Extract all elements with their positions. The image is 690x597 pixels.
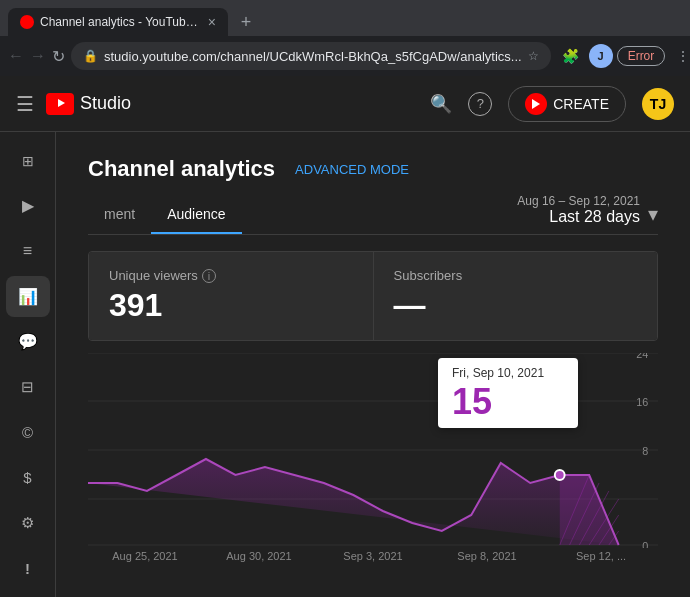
header-right: 🔍 ? CREATE TJ: [430, 86, 674, 122]
unique-viewers-label: Unique viewers i: [109, 268, 353, 283]
yt-app: ☰ Studio 🔍 ? CREATE TJ: [0, 76, 690, 597]
advanced-mode-link[interactable]: ADVANCED MODE: [295, 162, 409, 177]
y-label-8: 8: [642, 445, 648, 457]
monetization-icon: $: [23, 469, 31, 486]
nav-right: 🧩 J Error ⋮: [557, 42, 690, 70]
chart-fill-main: [88, 459, 619, 545]
chart-container: Fri, Sep 10, 2021 15 24 16: [88, 353, 658, 597]
unique-viewers-card: Unique viewers i 391: [89, 252, 374, 340]
tab-close-icon[interactable]: ×: [208, 14, 216, 30]
error-button[interactable]: Error: [617, 46, 666, 66]
tabs-row: ment Audience Aug 16 – Sep 12, 2021 Last…: [88, 194, 658, 235]
create-label: CREATE: [553, 96, 609, 112]
copyright-icon: ©: [22, 424, 33, 441]
subscribers-card: Subscribers —: [374, 252, 658, 340]
chevron-down-icon: ▾: [648, 202, 658, 226]
yt-logo: Studio: [46, 93, 131, 115]
y-label-16: 16: [636, 396, 648, 408]
browser-chrome: Channel analytics - YouTube Stu... × + ←…: [0, 0, 690, 76]
analytics-content: ment Audience Aug 16 – Sep 12, 2021 Last…: [56, 194, 690, 597]
subscribers-label: Subscribers: [394, 268, 638, 283]
dashboard-icon: ⊞: [22, 153, 34, 169]
content-icon: ▶: [22, 196, 34, 215]
sidebar-item-subtitles[interactable]: ⊟: [6, 366, 50, 407]
main-layout: ⊞ ▶ ≡ 📊 💬 ⊟ © $ ⚙: [0, 132, 690, 597]
tab-title: Channel analytics - YouTube Stu...: [40, 15, 202, 29]
tab-engagement[interactable]: ment: [88, 196, 151, 234]
analytics-icon: 📊: [18, 287, 38, 306]
address-bar[interactable]: 🔒 studio.youtube.com/channel/UCdkWmRcl-B…: [71, 42, 551, 70]
create-icon: [525, 93, 547, 115]
page-title: Channel analytics: [88, 156, 275, 182]
yt-logo-icon: [46, 93, 74, 115]
date-range-label: Aug 16 – Sep 12, 2021: [517, 194, 640, 208]
page-header: Channel analytics ADVANCED MODE: [56, 132, 690, 194]
x-label-aug30: Aug 30, 2021: [202, 550, 316, 562]
playlists-icon: ≡: [23, 242, 32, 260]
nav-bar: ← → ↻ 🔒 studio.youtube.com/channel/UCdkW…: [0, 36, 690, 76]
subtitles-icon: ⊟: [21, 378, 34, 396]
address-text: studio.youtube.com/channel/UCdkWmRcl-Bkh…: [104, 49, 522, 64]
sidebar-item-settings[interactable]: ⚙: [6, 502, 50, 543]
bookmark-icon[interactable]: ☆: [528, 49, 539, 63]
sidebar-item-content[interactable]: ▶: [6, 185, 50, 226]
back-button[interactable]: ←: [8, 42, 24, 70]
create-play-icon: [530, 98, 542, 110]
content-area: Channel analytics ADVANCED MODE ment Aud…: [56, 132, 690, 597]
x-axis-labels: Aug 25, 2021 Aug 30, 2021 Sep 3, 2021 Se…: [88, 548, 658, 562]
reload-button[interactable]: ↻: [52, 42, 65, 70]
chart-dot-sep10: [555, 470, 565, 480]
x-label-sep8: Sep 8, 2021: [430, 550, 544, 562]
search-icon[interactable]: 🔍: [430, 93, 452, 115]
yt-header: ☰ Studio 🔍 ? CREATE TJ: [0, 76, 690, 132]
date-range-value: Last 28 days: [549, 208, 640, 225]
y-label-24: 24: [636, 353, 648, 360]
extensions-icon[interactable]: 🧩: [557, 42, 585, 70]
sidebar-item-feedback[interactable]: !: [6, 548, 50, 589]
tab-audience[interactable]: Audience: [151, 196, 241, 234]
sidebar-item-dashboard[interactable]: ⊞: [6, 140, 50, 181]
sidebar-item-playlists[interactable]: ≡: [6, 231, 50, 272]
subscribers-value: —: [394, 287, 638, 324]
date-range-text: Aug 16 – Sep 12, 2021 Last 28 days: [517, 194, 640, 226]
metrics-row: Unique viewers i 391 Subscribers —: [88, 251, 658, 341]
forward-button[interactable]: →: [30, 42, 46, 70]
unique-viewers-value: 391: [109, 287, 353, 324]
sidebar: ⊞ ▶ ≡ 📊 💬 ⊟ © $ ⚙: [0, 132, 56, 597]
lock-icon: 🔒: [83, 49, 98, 63]
sidebar-item-analytics[interactable]: 📊: [6, 276, 50, 317]
tooltip-date: Fri, Sep 10, 2021: [452, 366, 564, 380]
youtube-play-icon: [51, 97, 69, 109]
y-label-0: 0: [642, 540, 648, 548]
sidebar-item-copyright[interactable]: ©: [6, 412, 50, 453]
help-icon[interactable]: ?: [468, 92, 492, 116]
active-tab[interactable]: Channel analytics - YouTube Stu... ×: [8, 8, 228, 36]
feedback-icon: !: [25, 560, 30, 577]
x-label-sep12: Sep 12, ...: [544, 550, 658, 562]
info-icon[interactable]: i: [202, 269, 216, 283]
tooltip-value: 15: [452, 384, 564, 420]
chart-fill-hatch: [560, 475, 619, 545]
create-button[interactable]: CREATE: [508, 86, 626, 122]
tab-favicon: [20, 15, 34, 29]
logo-text: Studio: [80, 93, 131, 114]
tab-bar: Channel analytics - YouTube Stu... × +: [0, 0, 690, 36]
settings-icon: ⚙: [21, 514, 34, 532]
sidebar-item-monetization[interactable]: $: [6, 457, 50, 498]
profile-circle[interactable]: J: [589, 44, 613, 68]
chart-tooltip: Fri, Sep 10, 2021 15: [438, 358, 578, 428]
x-label-sep3: Sep 3, 2021: [316, 550, 430, 562]
new-tab-button[interactable]: +: [232, 8, 260, 36]
sidebar-item-comments[interactable]: 💬: [6, 321, 50, 362]
menu-icon[interactable]: ⋮: [669, 42, 690, 70]
svg-marker-2: [532, 99, 540, 109]
comments-icon: 💬: [18, 332, 38, 351]
user-avatar[interactable]: TJ: [642, 88, 674, 120]
hamburger-menu[interactable]: ☰: [16, 92, 34, 116]
date-range-picker[interactable]: Aug 16 – Sep 12, 2021 Last 28 days ▾: [517, 194, 658, 234]
x-label-aug25: Aug 25, 2021: [88, 550, 202, 562]
